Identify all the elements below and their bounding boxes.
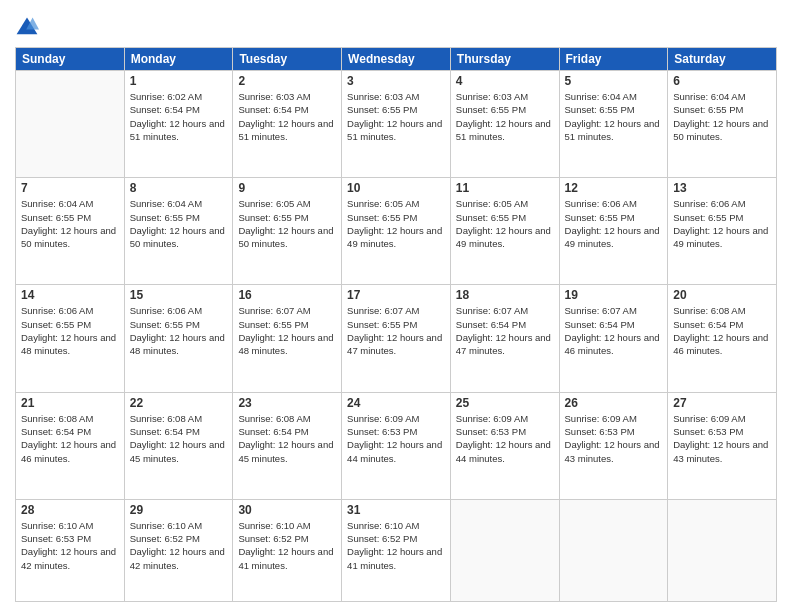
- calendar-cell: 20Sunrise: 6:08 AMSunset: 6:54 PMDayligh…: [668, 285, 777, 392]
- header-row: SundayMondayTuesdayWednesdayThursdayFrid…: [16, 48, 777, 71]
- day-number: 24: [347, 396, 445, 410]
- logo: [15, 15, 47, 39]
- cell-info: Sunrise: 6:06 AMSunset: 6:55 PMDaylight:…: [130, 304, 228, 357]
- calendar-cell: 2Sunrise: 6:03 AMSunset: 6:54 PMDaylight…: [233, 71, 342, 178]
- day-number: 10: [347, 181, 445, 195]
- cell-info: Sunrise: 6:05 AMSunset: 6:55 PMDaylight:…: [347, 197, 445, 250]
- logo-icon: [15, 15, 39, 39]
- day-number: 22: [130, 396, 228, 410]
- day-number: 21: [21, 396, 119, 410]
- week-row-3: 14Sunrise: 6:06 AMSunset: 6:55 PMDayligh…: [16, 285, 777, 392]
- cell-info: Sunrise: 6:08 AMSunset: 6:54 PMDaylight:…: [673, 304, 771, 357]
- cell-info: Sunrise: 6:07 AMSunset: 6:54 PMDaylight:…: [456, 304, 554, 357]
- day-number: 4: [456, 74, 554, 88]
- calendar-cell: 26Sunrise: 6:09 AMSunset: 6:53 PMDayligh…: [559, 392, 668, 499]
- day-number: 3: [347, 74, 445, 88]
- cell-info: Sunrise: 6:06 AMSunset: 6:55 PMDaylight:…: [21, 304, 119, 357]
- calendar-cell: 27Sunrise: 6:09 AMSunset: 6:53 PMDayligh…: [668, 392, 777, 499]
- calendar-cell: 3Sunrise: 6:03 AMSunset: 6:55 PMDaylight…: [342, 71, 451, 178]
- day-number: 1: [130, 74, 228, 88]
- calendar-cell: [450, 499, 559, 601]
- cell-info: Sunrise: 6:08 AMSunset: 6:54 PMDaylight:…: [130, 412, 228, 465]
- calendar-cell: 7Sunrise: 6:04 AMSunset: 6:55 PMDaylight…: [16, 178, 125, 285]
- calendar-cell: 17Sunrise: 6:07 AMSunset: 6:55 PMDayligh…: [342, 285, 451, 392]
- cell-info: Sunrise: 6:02 AMSunset: 6:54 PMDaylight:…: [130, 90, 228, 143]
- day-number: 17: [347, 288, 445, 302]
- calendar-cell: 18Sunrise: 6:07 AMSunset: 6:54 PMDayligh…: [450, 285, 559, 392]
- cell-info: Sunrise: 6:03 AMSunset: 6:55 PMDaylight:…: [347, 90, 445, 143]
- cell-info: Sunrise: 6:09 AMSunset: 6:53 PMDaylight:…: [347, 412, 445, 465]
- day-number: 11: [456, 181, 554, 195]
- day-number: 19: [565, 288, 663, 302]
- day-number: 29: [130, 503, 228, 517]
- cell-info: Sunrise: 6:03 AMSunset: 6:54 PMDaylight:…: [238, 90, 336, 143]
- cell-info: Sunrise: 6:08 AMSunset: 6:54 PMDaylight:…: [238, 412, 336, 465]
- calendar-cell: 5Sunrise: 6:04 AMSunset: 6:55 PMDaylight…: [559, 71, 668, 178]
- cell-info: Sunrise: 6:03 AMSunset: 6:55 PMDaylight:…: [456, 90, 554, 143]
- calendar-cell: 28Sunrise: 6:10 AMSunset: 6:53 PMDayligh…: [16, 499, 125, 601]
- calendar-cell: 8Sunrise: 6:04 AMSunset: 6:55 PMDaylight…: [124, 178, 233, 285]
- cell-info: Sunrise: 6:04 AMSunset: 6:55 PMDaylight:…: [673, 90, 771, 143]
- calendar-cell: 16Sunrise: 6:07 AMSunset: 6:55 PMDayligh…: [233, 285, 342, 392]
- cell-info: Sunrise: 6:09 AMSunset: 6:53 PMDaylight:…: [456, 412, 554, 465]
- day-number: 23: [238, 396, 336, 410]
- cell-info: Sunrise: 6:10 AMSunset: 6:52 PMDaylight:…: [347, 519, 445, 572]
- day-header-wednesday: Wednesday: [342, 48, 451, 71]
- calendar-cell: [559, 499, 668, 601]
- week-row-4: 21Sunrise: 6:08 AMSunset: 6:54 PMDayligh…: [16, 392, 777, 499]
- calendar-cell: 31Sunrise: 6:10 AMSunset: 6:52 PMDayligh…: [342, 499, 451, 601]
- calendar-cell: 15Sunrise: 6:06 AMSunset: 6:55 PMDayligh…: [124, 285, 233, 392]
- cell-info: Sunrise: 6:04 AMSunset: 6:55 PMDaylight:…: [130, 197, 228, 250]
- cell-info: Sunrise: 6:07 AMSunset: 6:55 PMDaylight:…: [347, 304, 445, 357]
- calendar-cell: 29Sunrise: 6:10 AMSunset: 6:52 PMDayligh…: [124, 499, 233, 601]
- cell-info: Sunrise: 6:09 AMSunset: 6:53 PMDaylight:…: [673, 412, 771, 465]
- cell-info: Sunrise: 6:07 AMSunset: 6:55 PMDaylight:…: [238, 304, 336, 357]
- calendar-cell: 9Sunrise: 6:05 AMSunset: 6:55 PMDaylight…: [233, 178, 342, 285]
- calendar-cell: 30Sunrise: 6:10 AMSunset: 6:52 PMDayligh…: [233, 499, 342, 601]
- day-number: 12: [565, 181, 663, 195]
- calendar-cell: 21Sunrise: 6:08 AMSunset: 6:54 PMDayligh…: [16, 392, 125, 499]
- calendar-page: SundayMondayTuesdayWednesdayThursdayFrid…: [0, 0, 792, 612]
- week-row-1: 1Sunrise: 6:02 AMSunset: 6:54 PMDaylight…: [16, 71, 777, 178]
- cell-info: Sunrise: 6:09 AMSunset: 6:53 PMDaylight:…: [565, 412, 663, 465]
- day-number: 8: [130, 181, 228, 195]
- week-row-5: 28Sunrise: 6:10 AMSunset: 6:53 PMDayligh…: [16, 499, 777, 601]
- day-number: 14: [21, 288, 119, 302]
- day-number: 30: [238, 503, 336, 517]
- day-number: 15: [130, 288, 228, 302]
- calendar-cell: [668, 499, 777, 601]
- calendar-cell: 14Sunrise: 6:06 AMSunset: 6:55 PMDayligh…: [16, 285, 125, 392]
- calendar-cell: 23Sunrise: 6:08 AMSunset: 6:54 PMDayligh…: [233, 392, 342, 499]
- calendar-cell: 10Sunrise: 6:05 AMSunset: 6:55 PMDayligh…: [342, 178, 451, 285]
- day-number: 7: [21, 181, 119, 195]
- day-number: 5: [565, 74, 663, 88]
- day-number: 18: [456, 288, 554, 302]
- cell-info: Sunrise: 6:10 AMSunset: 6:53 PMDaylight:…: [21, 519, 119, 572]
- day-number: 16: [238, 288, 336, 302]
- day-header-saturday: Saturday: [668, 48, 777, 71]
- day-header-friday: Friday: [559, 48, 668, 71]
- day-number: 27: [673, 396, 771, 410]
- calendar-cell: 12Sunrise: 6:06 AMSunset: 6:55 PMDayligh…: [559, 178, 668, 285]
- calendar-cell: 11Sunrise: 6:05 AMSunset: 6:55 PMDayligh…: [450, 178, 559, 285]
- calendar-cell: 1Sunrise: 6:02 AMSunset: 6:54 PMDaylight…: [124, 71, 233, 178]
- cell-info: Sunrise: 6:10 AMSunset: 6:52 PMDaylight:…: [238, 519, 336, 572]
- cell-info: Sunrise: 6:10 AMSunset: 6:52 PMDaylight:…: [130, 519, 228, 572]
- day-number: 28: [21, 503, 119, 517]
- cell-info: Sunrise: 6:05 AMSunset: 6:55 PMDaylight:…: [238, 197, 336, 250]
- calendar-cell: 22Sunrise: 6:08 AMSunset: 6:54 PMDayligh…: [124, 392, 233, 499]
- day-header-monday: Monday: [124, 48, 233, 71]
- day-header-tuesday: Tuesday: [233, 48, 342, 71]
- calendar-cell: [16, 71, 125, 178]
- cell-info: Sunrise: 6:04 AMSunset: 6:55 PMDaylight:…: [21, 197, 119, 250]
- day-number: 25: [456, 396, 554, 410]
- day-number: 2: [238, 74, 336, 88]
- day-number: 9: [238, 181, 336, 195]
- day-number: 20: [673, 288, 771, 302]
- calendar-cell: 25Sunrise: 6:09 AMSunset: 6:53 PMDayligh…: [450, 392, 559, 499]
- cell-info: Sunrise: 6:07 AMSunset: 6:54 PMDaylight:…: [565, 304, 663, 357]
- calendar-cell: 24Sunrise: 6:09 AMSunset: 6:53 PMDayligh…: [342, 392, 451, 499]
- calendar-table: SundayMondayTuesdayWednesdayThursdayFrid…: [15, 47, 777, 602]
- day-header-sunday: Sunday: [16, 48, 125, 71]
- header: [15, 15, 777, 39]
